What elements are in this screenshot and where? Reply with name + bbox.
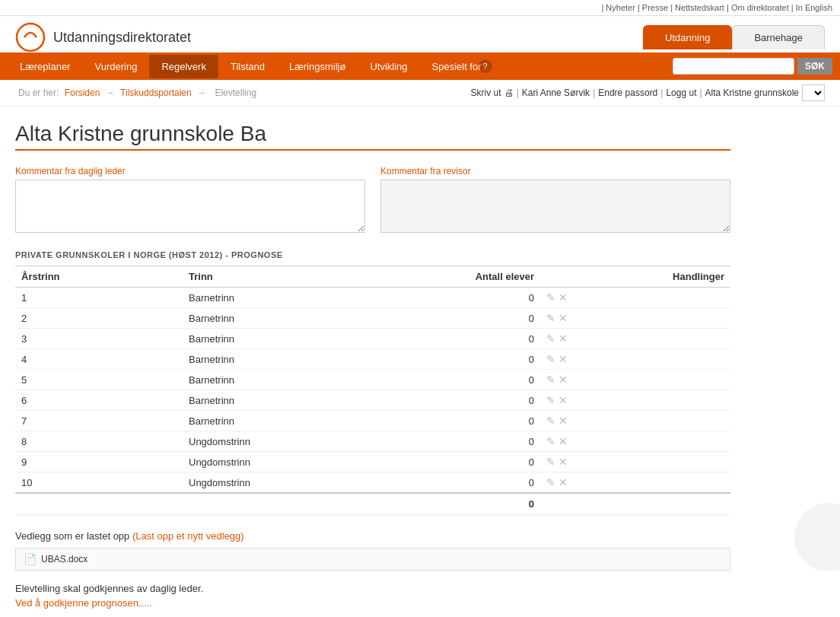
edit-icon[interactable]: ✎ xyxy=(546,312,555,324)
table-row: 8 Ungdomstrinn 0 ✎ ✕ xyxy=(15,431,730,452)
bottom-text2: Ved å godkjenne prognosen..... xyxy=(15,597,730,609)
nav-regelverk[interactable]: Regelverk xyxy=(149,55,218,78)
edit-icon[interactable]: ✎ xyxy=(546,435,555,447)
comments-area: Kommentar fra daglig leder Kommentar fra… xyxy=(15,166,730,235)
delete-icon[interactable]: ✕ xyxy=(558,312,568,324)
print-icon[interactable]: 🖨 xyxy=(504,87,514,98)
cell-arstrinn: 5 xyxy=(15,370,183,390)
delete-icon[interactable]: ✕ xyxy=(558,353,568,365)
cell-trinn: Barnetrinn xyxy=(183,288,449,308)
comment-box-revisor: Kommentar fra revisor xyxy=(380,166,730,235)
delete-icon[interactable]: ✕ xyxy=(558,435,568,447)
main-content: Alta Kristne grunnskole Ba Kommentar fra… xyxy=(0,107,746,617)
nav-spesielt[interactable]: Spesielt for ? xyxy=(420,53,504,79)
cell-handlinger: ✎ ✕ xyxy=(540,411,730,431)
cell-arstrinn: 3 xyxy=(15,329,183,349)
logo-icon xyxy=(15,22,46,52)
in-english-link[interactable]: In English xyxy=(796,3,832,12)
upload-link[interactable]: (Last opp et nytt vedlegg) xyxy=(132,530,244,542)
nettstedskart-link[interactable]: Nettstedskart xyxy=(675,3,724,12)
delete-icon[interactable]: ✕ xyxy=(558,332,568,345)
delete-icon[interactable]: ✕ xyxy=(558,394,568,406)
presse-link[interactable]: Presse xyxy=(642,3,668,12)
cell-arstrinn: 6 xyxy=(15,390,183,411)
cell-antall: 0 xyxy=(449,288,540,308)
nyheter-link[interactable]: Nyheter xyxy=(606,3,635,12)
attachments-section: Vedlegg som er lastet opp (Last opp et n… xyxy=(15,530,730,571)
delete-icon[interactable]: ✕ xyxy=(558,476,568,488)
comment-box-leder: Kommentar fra daglig leder xyxy=(15,166,365,235)
om-direktoratet-link[interactable]: Om direktoratet xyxy=(731,3,789,12)
edit-icon[interactable]: ✎ xyxy=(546,332,555,345)
breadcrumb-forsiden[interactable]: Forsiden xyxy=(65,87,100,98)
table-row: 2 Barnetrinn 0 ✎ ✕ xyxy=(15,308,730,329)
edit-icon[interactable]: ✎ xyxy=(546,374,555,386)
svg-point-0 xyxy=(17,24,44,51)
nav-tilstand[interactable]: Tilstand xyxy=(218,55,277,78)
delete-icon[interactable]: ✕ xyxy=(558,374,568,386)
col-antall: Antall elever xyxy=(449,266,540,288)
cell-trinn: Barnetrinn xyxy=(183,329,449,349)
cell-antall: 0 xyxy=(449,370,540,390)
comment-label-2: Kommentar fra revisor xyxy=(380,166,730,177)
delete-icon[interactable]: ✕ xyxy=(558,415,568,427)
data-table: Årstrinn Trinn Antall elever Handlinger … xyxy=(15,266,730,515)
cell-antall: 0 xyxy=(449,329,540,349)
tab-utdanning[interactable]: Utdanning xyxy=(643,25,732,49)
bottom-text: Elevtelling skal godkjennes av daglig le… xyxy=(15,583,730,594)
nav-laereplaner[interactable]: Læreplaner xyxy=(8,55,83,78)
breadcrumb-sep2: → xyxy=(197,87,208,98)
table-row: 6 Barnetrinn 0 ✎ ✕ xyxy=(15,390,730,411)
page-title: Alta Kristne grunnskole Ba xyxy=(15,122,730,151)
comment-textarea-revisor[interactable] xyxy=(380,180,730,233)
cell-handlinger: ✎ ✕ xyxy=(540,329,730,349)
print-label: Skriv ut xyxy=(471,87,501,98)
header: Utdanningsdirektoratet Utdanning Barneha… xyxy=(0,16,840,52)
cell-antall: 0 xyxy=(449,349,540,370)
cell-antall: 0 xyxy=(449,472,540,494)
file-icon: 📄 xyxy=(24,553,37,565)
edit-icon[interactable]: ✎ xyxy=(546,456,555,468)
cell-arstrinn: 9 xyxy=(15,452,183,472)
delete-icon[interactable]: ✕ xyxy=(558,291,568,304)
breadcrumb-elevtelling: Elevtelling xyxy=(215,87,256,98)
cell-arstrinn: 10 xyxy=(15,472,183,494)
breadcrumb: Du er her: Forsiden → Tilskuddsportalen … xyxy=(15,87,259,98)
search-input[interactable] xyxy=(673,58,794,75)
nav-utvikling[interactable]: Utvikling xyxy=(358,55,419,78)
nav-laeringsmiljo[interactable]: Læringsmiljø xyxy=(277,55,358,78)
endre-passord-link[interactable]: Endre passord xyxy=(598,87,657,98)
logo: Utdanningsdirektoratet xyxy=(15,22,191,52)
username: Kari Anne Sørvik xyxy=(522,87,590,98)
cell-antall: 0 xyxy=(449,390,540,411)
search-button[interactable]: SØK xyxy=(797,58,832,75)
help-icon[interactable]: ? xyxy=(479,59,492,73)
cell-trinn: Barnetrinn xyxy=(183,349,449,370)
table-row: 7 Barnetrinn 0 ✎ ✕ xyxy=(15,411,730,431)
school-select[interactable] xyxy=(802,84,825,101)
cell-arstrinn: 1 xyxy=(15,288,183,308)
cell-arstrinn: 4 xyxy=(15,349,183,370)
tab-area: Utdanning Barnehage xyxy=(643,25,825,49)
nav-vurdering[interactable]: Vurdering xyxy=(83,55,150,78)
cell-handlinger: ✎ ✕ xyxy=(540,288,730,308)
cell-arstrinn: 8 xyxy=(15,431,183,452)
tab-barnehage[interactable]: Barnehage xyxy=(732,25,825,49)
total-label xyxy=(15,493,449,515)
cell-trinn: Ungdomstrinn xyxy=(183,431,449,452)
cell-trinn: Barnetrinn xyxy=(183,390,449,411)
logg-ut-link[interactable]: Logg ut xyxy=(666,87,696,98)
edit-icon[interactable]: ✎ xyxy=(546,415,555,427)
breadcrumb-tilskuddsportalen[interactable]: Tilskuddsportalen xyxy=(120,87,192,98)
edit-icon[interactable]: ✎ xyxy=(546,353,555,365)
edit-icon[interactable]: ✎ xyxy=(546,291,555,304)
edit-icon[interactable]: ✎ xyxy=(546,476,555,488)
comment-textarea-leder[interactable] xyxy=(15,180,365,233)
breadcrumb-prefix: Du er her: xyxy=(18,87,59,98)
cell-handlinger: ✎ ✕ xyxy=(540,431,730,452)
table-row: 9 Ungdomstrinn 0 ✎ ✕ xyxy=(15,452,730,472)
delete-icon[interactable]: ✕ xyxy=(558,456,568,468)
table-section: PRIVATE GRUNNSKOLER I NORGE (HØST 2012) … xyxy=(15,250,730,515)
cell-trinn: Barnetrinn xyxy=(183,411,449,431)
edit-icon[interactable]: ✎ xyxy=(546,394,555,406)
